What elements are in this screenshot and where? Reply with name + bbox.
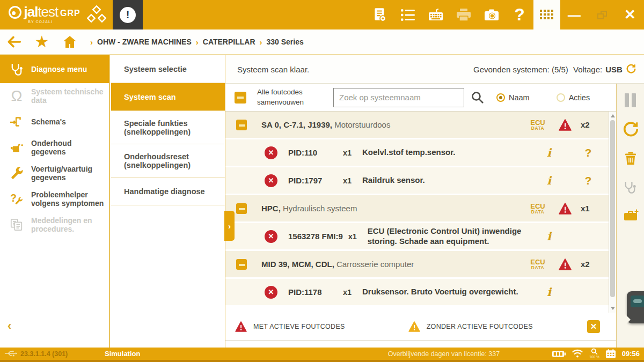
ecu-data-badge[interactable]: ECUDATA <box>526 119 550 131</box>
favorites-star-icon[interactable]: ★ <box>28 29 56 55</box>
oil-can-icon <box>8 141 26 155</box>
scan-results-list: SA 0, C-7.1, J1939, Motorstuurdoos ECUDA… <box>225 112 609 313</box>
apps-grid-icon <box>540 10 554 20</box>
fault-row[interactable]: ✕ PID:1178 x1 Druksensor. Bruto Voertuig… <box>225 279 609 305</box>
simulation-mode-label: Simulation <box>105 350 140 358</box>
fault-info-icon[interactable]: i <box>530 146 568 159</box>
rescan-icon[interactable] <box>622 121 639 138</box>
system-group-row[interactable]: SA 0, C-7.1, J1939, Motorstuurdoos ECUDA… <box>225 112 609 138</box>
active-fault-warning-icon <box>550 119 581 131</box>
voltage-refresh-icon[interactable] <box>626 63 636 76</box>
back-button[interactable] <box>0 29 28 55</box>
fault-row[interactable]: ✕ PID:1797 x1 Raildruk sensor. i ? <box>225 167 609 194</box>
close-button[interactable]: ✕ <box>616 0 644 29</box>
alerts-tab[interactable]: ! <box>113 0 143 29</box>
add-to-case-briefcase-icon[interactable] <box>622 208 639 225</box>
sidebar-item-diagnose-menu[interactable]: Diagnose menu <box>0 55 109 83</box>
chevron-right-icon: › <box>260 38 262 47</box>
fault-error-icon: ✕ <box>265 174 277 187</box>
camera-icon[interactable] <box>478 0 506 29</box>
vci-device-image <box>627 291 644 323</box>
fault-info-icon[interactable]: i <box>530 285 568 299</box>
keyboard-icon[interactable] <box>422 0 450 29</box>
diagnose-sidebar: Diagnose menu Ω Systeem technische data … <box>0 55 110 348</box>
apps-grid-tab[interactable] <box>533 0 560 31</box>
collapse-all-checkbox[interactable] <box>235 92 246 104</box>
radio-naam[interactable]: Naam <box>496 93 530 102</box>
search-icon[interactable] <box>471 91 485 105</box>
panel-expander-handle[interactable]: › <box>224 211 235 241</box>
sidebar-item-mededelingen[interactable]: Mededelingen en procedures. <box>0 212 109 238</box>
scroll-down-arrow[interactable] <box>611 307 615 310</box>
submenu-item-onderhoudsreset[interactable]: Onderhoudsreset (snelkoppelingen) <box>111 144 225 178</box>
clear-faults-button[interactable]: ✕ <box>587 320 600 333</box>
system-title: HPC, Hydraulisch systeem <box>261 204 526 213</box>
sidebar-item-label: Probleemhelper volgens symptomen <box>31 190 105 208</box>
breadcrumb-item[interactable]: OHW - ZWARE MACHINES <box>97 38 192 46</box>
chevron-right-icon: › <box>90 38 93 47</box>
delete-faults-icon[interactable] <box>622 150 639 167</box>
jaltest-app-window: jaltest BY COJALI GRP ! ? <box>0 0 644 362</box>
system-group-row[interactable]: HPC, Hydraulisch systeem ECUDATA x1 <box>225 195 609 221</box>
sidebar-item-systeem-technische-data[interactable]: Ω Systeem technische data <box>0 83 109 109</box>
scrollbar-thumb[interactable] <box>610 120 615 297</box>
fault-occurrences: x1 <box>343 176 358 185</box>
ecu-data-badge[interactable]: ECUDATA <box>526 258 550 270</box>
fault-info-icon[interactable]: i <box>530 230 568 243</box>
modules-cubes-icon[interactable] <box>86 5 107 25</box>
help-icon[interactable]: ? <box>506 0 533 29</box>
submenu-item-speciale-funkties[interactable]: Speciale funkties (snelkoppelingen) <box>111 111 225 144</box>
legend-active-faults: MET ACTIEVE FOUTCODES <box>235 321 345 332</box>
voltage-indicator: Voltage: USB <box>573 63 636 76</box>
submenu-item-systeem-selectie[interactable]: Systeem selectie <box>111 55 225 83</box>
zoom-indicator[interactable]: 100 % <box>589 348 599 359</box>
ecu-data-badge[interactable]: ECUDATA <box>526 203 550 215</box>
submenu-item-systeem-scan[interactable]: Systeem scan <box>111 83 225 111</box>
system-checkbox[interactable] <box>236 259 247 270</box>
sidebar-item-onderhoud-gegevens[interactable]: Onderhoud gegevens <box>0 135 109 160</box>
breadcrumb-item[interactable]: 330 Series <box>267 38 304 46</box>
fault-code: PID:1178 <box>288 287 338 297</box>
breadcrumb-item[interactable]: CATERPILLAR <box>203 38 255 46</box>
print-icon[interactable] <box>450 0 478 29</box>
sidebar-item-probleemhelper[interactable]: ? Probleemhelper volgens symptomen <box>0 186 109 212</box>
sidebar-item-voertuig-gegevens[interactable]: Voertuig/vaartuig gegevens <box>0 160 109 186</box>
calendar-icon[interactable] <box>605 349 616 359</box>
system-title: MID 39, MCM, CDL, Carrosserie computer <box>261 260 526 269</box>
scroll-up-arrow[interactable] <box>611 114 615 117</box>
diagnosis-stethoscope-icon[interactable] <box>622 179 639 196</box>
submenu-item-handmatige-diagnose[interactable]: Handmatige diagnose <box>111 178 225 205</box>
fault-row[interactable]: ✕ 1563278 FMI:9 x1 ECU (Electronic Contr… <box>225 223 609 249</box>
fault-description: Druksensor. Bruto Voertuig overgewicht. <box>362 287 530 297</box>
fault-count: x2 <box>581 120 609 129</box>
system-group-row[interactable]: MID 39, MCM, CDL, Carrosserie computer E… <box>225 251 609 277</box>
sidebar-item-label: Mededelingen en procedures. <box>31 216 105 233</box>
fault-help-icon[interactable]: ? <box>568 174 609 187</box>
sidebar-item-schemas[interactable]: Schema's <box>0 109 109 135</box>
top-bar: jaltest BY COJALI GRP ! ? <box>0 0 644 29</box>
fault-row[interactable]: ✕ PID:110 x1 Koelvl.stof temp.sensor. i … <box>225 139 609 166</box>
logo-subtitle: BY COJALI <box>28 20 53 24</box>
minimize-button[interactable]: — <box>560 0 588 29</box>
fault-error-icon: ✕ <box>265 230 277 243</box>
search-input[interactable] <box>333 88 464 107</box>
fault-description: ECU (Electronic Control Unit) inwendige … <box>368 226 530 247</box>
sidebar-item-label: Onderhoud gegevens <box>31 139 105 156</box>
sidebar-item-label: Schema's <box>31 117 66 126</box>
system-checkbox[interactable] <box>236 203 247 214</box>
report-icon[interactable] <box>366 0 394 29</box>
pause-scan-icon[interactable] <box>622 92 639 109</box>
fault-help-icon[interactable]: ? <box>568 146 609 159</box>
restore-button[interactable] <box>588 0 616 29</box>
checklist-icon[interactable] <box>394 0 422 29</box>
fault-info-icon[interactable]: i <box>530 174 568 187</box>
radio-acties-button <box>557 93 565 102</box>
home-button[interactable] <box>56 29 84 55</box>
fault-count: x2 <box>581 260 609 269</box>
list-scrollbar[interactable] <box>609 112 616 313</box>
radio-acties[interactable]: Acties <box>557 93 590 102</box>
collapse-sidebar-chevron[interactable]: ‹ <box>8 319 11 333</box>
jaltest-logo[interactable]: jaltest BY COJALI <box>9 4 58 20</box>
system-checkbox[interactable] <box>236 120 247 130</box>
breadcrumb: › OHW - ZWARE MACHINES › CATERPILLAR › 3… <box>90 38 304 47</box>
